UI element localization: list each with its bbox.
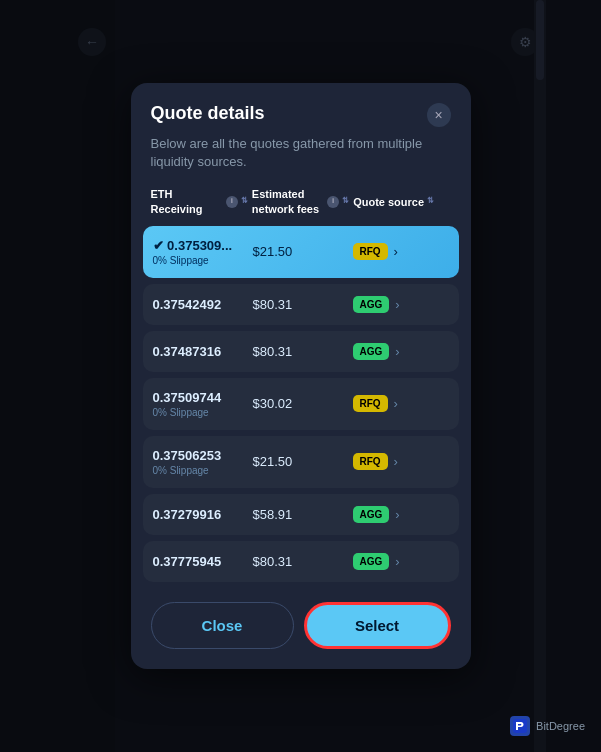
col-header-fees: Estimated network fees i ⇅ xyxy=(252,187,349,216)
quote-row-6[interactable]: 0.37279916 $58.91 AGG › xyxy=(143,494,459,535)
bitdegree-text: BitDegree xyxy=(536,720,585,732)
quote-chevron-icon[interactable]: › xyxy=(394,396,398,411)
modal-close-button[interactable]: × xyxy=(427,103,451,127)
quote-chevron-icon[interactable]: › xyxy=(394,454,398,469)
quote-value: 0.37506253 xyxy=(153,448,249,463)
quote-row-5[interactable]: 0.37506253 0% Slippage $21.50 RFQ › xyxy=(143,436,459,488)
quote-chevron-icon[interactable]: › xyxy=(395,507,399,522)
bitdegree-icon xyxy=(510,716,530,736)
quote-fee-col: $30.02 xyxy=(253,396,349,411)
quote-eth-col: 0.37506253 0% Slippage xyxy=(153,448,249,476)
modal-footer: Close Select xyxy=(131,588,471,669)
quotes-list: ✔ 0.375309... 0% Slippage $21.50 RFQ › 0… xyxy=(131,226,471,588)
quote-eth-col: 0.37509744 0% Slippage xyxy=(153,390,249,418)
modal-subtitle: Below are all the quotes gathered from m… xyxy=(131,127,471,187)
quote-value: 0.37279916 xyxy=(153,507,249,522)
quote-source-badge: RFQ xyxy=(353,395,388,412)
quote-eth-col: ✔ 0.375309... 0% Slippage xyxy=(153,238,249,266)
quote-source-col: AGG › xyxy=(353,296,449,313)
quote-slippage: 0% Slippage xyxy=(153,407,249,418)
quote-source-badge: RFQ xyxy=(353,453,388,470)
quote-chevron-icon[interactable]: › xyxy=(394,244,398,259)
quote-chevron-icon[interactable]: › xyxy=(395,297,399,312)
quote-source-col: RFQ › xyxy=(353,453,449,470)
quote-row-2[interactable]: 0.37542492 $80.31 AGG › xyxy=(143,284,459,325)
quote-source-badge: RFQ xyxy=(353,243,388,260)
modal-overlay: Quote details × Below are all the quotes… xyxy=(0,0,601,752)
col-header-eth: ETH Receiving i ⇅ xyxy=(151,187,248,216)
quote-source-col: AGG › xyxy=(353,506,449,523)
quote-row-4[interactable]: 0.37509744 0% Slippage $30.02 RFQ › xyxy=(143,378,459,430)
quote-source-badge: AGG xyxy=(353,343,390,360)
quote-details-modal: Quote details × Below are all the quotes… xyxy=(131,83,471,669)
quote-eth-col: 0.37487316 xyxy=(153,344,249,359)
quote-chevron-icon[interactable]: › xyxy=(395,344,399,359)
quote-fee-col: $21.50 xyxy=(253,454,349,469)
fees-sort-icon[interactable]: ⇅ xyxy=(342,196,349,206)
quote-value: 0.37509744 xyxy=(153,390,249,405)
fees-info-icon[interactable]: i xyxy=(327,196,339,208)
quote-eth-col: 0.37775945 xyxy=(153,554,249,569)
eth-receiving-sort-icon[interactable]: ⇅ xyxy=(241,196,248,206)
quote-source-col: RFQ › xyxy=(353,243,449,260)
quote-eth-col: 0.37542492 xyxy=(153,297,249,312)
quote-value: 0.37542492 xyxy=(153,297,249,312)
quote-source-badge: AGG xyxy=(353,296,390,313)
quote-source-col: AGG › xyxy=(353,553,449,570)
col-header-source: Quote source ⇅ xyxy=(353,187,450,216)
quote-fee-col: $80.31 xyxy=(253,344,349,359)
quote-fee-col: $21.50 xyxy=(253,244,349,259)
quote-value: 0.37487316 xyxy=(153,344,249,359)
quote-fee-col: $80.31 xyxy=(253,297,349,312)
bitdegree-branding: BitDegree xyxy=(510,716,585,736)
quote-row-7[interactable]: 0.37775945 $80.31 AGG › xyxy=(143,541,459,582)
quote-row-1[interactable]: ✔ 0.375309... 0% Slippage $21.50 RFQ › xyxy=(143,226,459,278)
quote-slippage: 0% Slippage xyxy=(153,465,249,476)
quote-eth-col: 0.37279916 xyxy=(153,507,249,522)
quote-source-col: AGG › xyxy=(353,343,449,360)
modal-title: Quote details xyxy=(151,103,265,124)
close-button[interactable]: Close xyxy=(151,602,294,649)
quote-source-badge: AGG xyxy=(353,553,390,570)
quote-slippage: 0% Slippage xyxy=(153,255,249,266)
quote-row-3[interactable]: 0.37487316 $80.31 AGG › xyxy=(143,331,459,372)
source-sort-icon[interactable]: ⇅ xyxy=(427,196,434,206)
quote-fee-col: $80.31 xyxy=(253,554,349,569)
quote-value: ✔ 0.375309... xyxy=(153,238,249,253)
quote-value: 0.37775945 xyxy=(153,554,249,569)
quote-fee-col: $58.91 xyxy=(253,507,349,522)
select-button[interactable]: Select xyxy=(304,602,451,649)
quote-source-badge: AGG xyxy=(353,506,390,523)
eth-receiving-info-icon[interactable]: i xyxy=(226,196,238,208)
quote-source-col: RFQ › xyxy=(353,395,449,412)
modal-header: Quote details × xyxy=(131,83,471,127)
table-header: ETH Receiving i ⇅ Estimated network fees… xyxy=(131,187,471,226)
quote-chevron-icon[interactable]: › xyxy=(395,554,399,569)
